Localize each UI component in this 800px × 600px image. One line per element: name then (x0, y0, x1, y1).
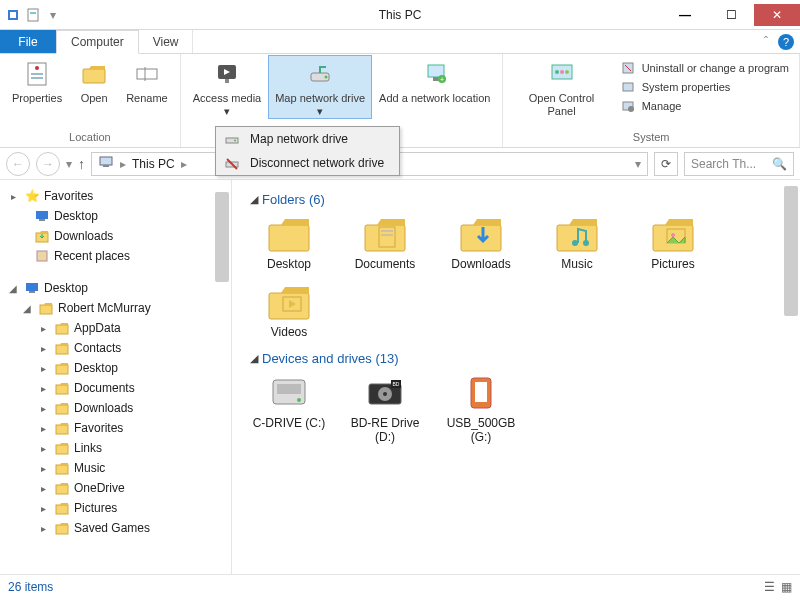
tree-scrollbar[interactable] (215, 192, 229, 282)
navigation-tree[interactable]: ▸⭐Favorites DesktopDownloadsRecent place… (0, 180, 232, 574)
folder-item[interactable]: Documents (346, 213, 424, 271)
svg-rect-1 (10, 12, 16, 18)
window-title: This PC (379, 8, 422, 22)
properties-button[interactable]: Properties (6, 56, 68, 105)
folder-icon (54, 380, 70, 396)
svg-marker-85 (269, 287, 309, 293)
svg-rect-14 (225, 79, 229, 83)
svg-rect-36 (36, 211, 48, 219)
address-dropdown-icon[interactable]: ▾ (635, 157, 641, 171)
tree-item[interactable]: ▸Pictures (0, 498, 231, 518)
desktop-icon (24, 280, 40, 296)
svg-point-16 (325, 76, 328, 79)
drive-item[interactable]: BDBD-RE Drive (D:) (346, 372, 424, 444)
drive-item[interactable]: C-DRIVE (C:) (250, 372, 328, 444)
map-drive-dropdown: Map network drive Disconnect network dri… (215, 126, 400, 176)
tree-item[interactable]: Downloads (0, 226, 231, 246)
svg-text:+: + (440, 76, 444, 83)
tree-item[interactable]: ▸Desktop (0, 358, 231, 378)
tree-item-icon (34, 228, 50, 244)
tree-item[interactable]: ▸Downloads (0, 398, 231, 418)
network-drive-icon (304, 58, 336, 90)
forward-button[interactable]: → (36, 152, 60, 176)
tree-item[interactable]: ▸Favorites (0, 418, 231, 438)
folder-item[interactable]: Downloads (442, 213, 520, 271)
svg-rect-30 (226, 138, 238, 143)
tree-favorites[interactable]: Favorites (44, 189, 93, 203)
svg-text:BD: BD (393, 381, 400, 387)
access-media-button[interactable]: Access media▾ (187, 56, 267, 118)
sysprops-icon (620, 79, 636, 95)
collapse-ribbon-icon[interactable]: ˆ (764, 35, 768, 49)
tab-view[interactable]: View (139, 30, 194, 53)
help-icon[interactable]: ? (778, 34, 794, 50)
status-item-count: 26 items (8, 580, 53, 594)
app-icon (4, 6, 22, 24)
tree-item[interactable]: ▸Saved Games (0, 518, 231, 538)
svg-marker-81 (653, 219, 693, 225)
window-controls: — ☐ ✕ (662, 4, 800, 26)
content-pane[interactable]: ◢Folders (6) DesktopDocumentsDownloadsMu… (232, 180, 800, 574)
folder-icon (265, 281, 313, 323)
search-input[interactable]: Search Th... 🔍 (684, 152, 794, 176)
tree-item[interactable]: Recent places (0, 246, 231, 266)
star-icon: ⭐ (24, 188, 40, 204)
svg-rect-61 (56, 485, 68, 494)
tree-item[interactable]: ▸AppData (0, 318, 231, 338)
svg-point-79 (583, 240, 589, 246)
tab-file[interactable]: File (0, 30, 56, 53)
dropdown-map-drive[interactable]: Map network drive (216, 127, 399, 151)
properties-icon[interactable] (24, 6, 42, 24)
tree-user[interactable]: Robert McMurray (58, 301, 151, 315)
recent-locations-icon[interactable]: ▾ (66, 157, 72, 171)
section-folders[interactable]: ◢Folders (6) (250, 192, 790, 207)
qat-dropdown-icon[interactable]: ▾ (44, 6, 62, 24)
folder-item[interactable]: Desktop (250, 213, 328, 271)
minimize-button[interactable]: — (662, 4, 708, 26)
tree-item[interactable]: ▸Links (0, 438, 231, 458)
open-control-panel-button[interactable]: Open Control Panel (509, 56, 613, 118)
open-button[interactable]: Open (70, 56, 118, 105)
maximize-button[interactable]: ☐ (708, 4, 754, 26)
dropdown-disconnect-drive[interactable]: Disconnect network drive (216, 151, 399, 175)
tree-item[interactable]: ▸Contacts (0, 338, 231, 358)
tree-item[interactable]: ▸Documents (0, 378, 231, 398)
map-network-drive-button[interactable]: Map network drive▾ (268, 55, 372, 119)
up-button[interactable]: ↑ (78, 156, 85, 172)
folder-icon (54, 480, 70, 496)
tree-desktop[interactable]: Desktop (44, 281, 88, 295)
large-icons-view-icon[interactable]: ▦ (781, 580, 792, 594)
details-view-icon[interactable]: ☰ (764, 580, 775, 594)
folder-icon (54, 340, 70, 356)
add-network-location-button[interactable]: + Add a network location (373, 56, 496, 105)
svg-rect-34 (100, 157, 112, 165)
search-icon[interactable]: 🔍 (772, 157, 787, 171)
tree-item[interactable]: ▸Music (0, 458, 231, 478)
folder-item[interactable]: Videos (250, 281, 328, 339)
drive-item[interactable]: USB_500GB (G:) (442, 372, 520, 444)
rename-button[interactable]: Rename (120, 56, 174, 105)
close-button[interactable]: ✕ (754, 4, 800, 26)
svg-point-5 (35, 66, 39, 70)
folder-item[interactable]: Music (538, 213, 616, 271)
svg-rect-67 (269, 225, 309, 251)
content-scrollbar[interactable] (784, 186, 798, 316)
folder-item[interactable]: Pictures (634, 213, 712, 271)
tree-item[interactable]: ▸OneDrive (0, 478, 231, 498)
back-button[interactable]: ← (6, 152, 30, 176)
breadcrumb[interactable]: This PC (132, 157, 175, 171)
section-devices[interactable]: ◢Devices and drives (13) (250, 351, 790, 366)
ribbon-tabs: File Computer View ˆ ? (0, 30, 800, 54)
properties-icon (21, 58, 53, 90)
svg-rect-7 (31, 77, 43, 79)
uninstall-program-button[interactable]: Uninstall or change a program (620, 60, 789, 76)
folder-icon (361, 213, 409, 255)
tree-item[interactable]: Desktop (0, 206, 231, 226)
refresh-button[interactable]: ⟳ (654, 152, 678, 176)
svg-rect-63 (56, 505, 68, 514)
system-properties-button[interactable]: System properties (620, 79, 789, 95)
svg-point-24 (565, 70, 569, 74)
uninstall-icon (620, 60, 636, 76)
tab-computer[interactable]: Computer (56, 30, 139, 54)
manage-button[interactable]: Manage (620, 98, 789, 114)
